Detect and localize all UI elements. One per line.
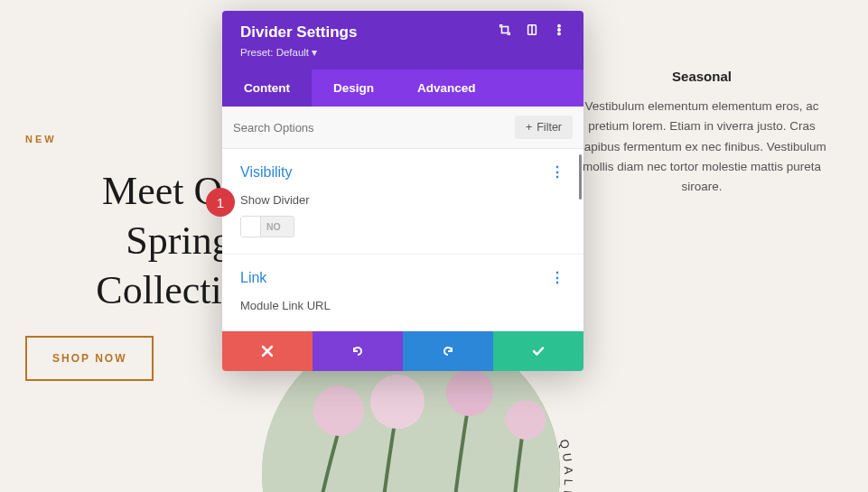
- svg-point-13: [558, 32, 560, 34]
- responsive-icon[interactable]: [526, 23, 538, 36]
- kebab-menu-icon[interactable]: [553, 23, 565, 36]
- seasonal-title: Seasonal: [566, 69, 837, 84]
- save-button[interactable]: [493, 331, 583, 371]
- cancel-button[interactable]: [222, 331, 313, 371]
- filter-label: Filter: [537, 121, 562, 134]
- svg-point-12: [558, 29, 560, 31]
- undo-button[interactable]: [313, 331, 403, 371]
- module-link-url-label: Module Link URL: [240, 299, 565, 312]
- svg-point-1: [313, 385, 364, 436]
- tab-content[interactable]: Content: [222, 70, 312, 107]
- chevron-down-icon: ▾: [312, 47, 317, 58]
- link-title[interactable]: Link: [240, 270, 266, 286]
- section-link: Link ⋮ Module Link URL: [222, 255, 583, 331]
- preset-dropdown[interactable]: Preset: Default ▾: [240, 46, 357, 59]
- shop-now-button[interactable]: SHOP NOW: [25, 336, 154, 381]
- tab-design[interactable]: Design: [312, 70, 396, 107]
- svg-point-3: [446, 369, 493, 416]
- divider-settings-modal: Divider Settings Preset: Default ▾ Conte…: [222, 11, 583, 371]
- seasonal-body: Vestibulum elementum elementum eros, ac …: [566, 97, 837, 197]
- redo-button[interactable]: [403, 331, 493, 371]
- show-divider-label: Show Divider: [240, 193, 565, 207]
- filter-button[interactable]: + Filter: [515, 116, 573, 139]
- show-divider-toggle[interactable]: NO: [240, 216, 294, 237]
- hero-line: Spring: [126, 218, 231, 263]
- modal-title: Divider Settings: [240, 23, 357, 42]
- section-menu-icon[interactable]: ⋮: [550, 269, 565, 286]
- label-new: NEW: [25, 134, 57, 144]
- svg-point-4: [506, 400, 546, 440]
- svg-point-2: [370, 375, 425, 429]
- expand-icon[interactable]: [499, 23, 511, 36]
- section-visibility: Visibility ⋮ Show Divider NO: [222, 149, 583, 255]
- visibility-title[interactable]: Visibility: [240, 164, 293, 181]
- annotation-badge-1: 1: [206, 188, 235, 217]
- svg-rect-8: [502, 27, 509, 33]
- toggle-value: NO: [266, 221, 281, 232]
- svg-point-11: [558, 24, 560, 26]
- section-menu-icon[interactable]: ⋮: [550, 163, 565, 181]
- plus-icon: +: [526, 121, 532, 134]
- tab-advanced[interactable]: Advanced: [396, 70, 498, 107]
- search-input[interactable]: [233, 121, 515, 135]
- preset-label: Preset: Default: [240, 47, 309, 58]
